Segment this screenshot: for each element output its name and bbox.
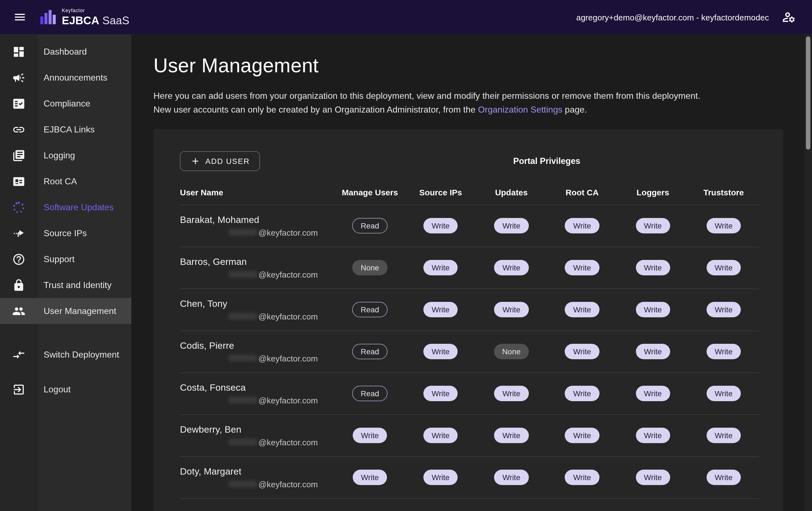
user-table-card: ADD USER Portal Privileges User NameMana… — [153, 129, 783, 511]
privilege-pill-source-ips[interactable]: Write — [424, 218, 458, 234]
sidebar-item-compliance[interactable]: Compliance — [0, 90, 132, 116]
user-email: @keyfactor.com — [229, 479, 335, 489]
sidebar-item-trust-and-identity[interactable]: Trust and Identity — [0, 272, 132, 298]
sidebar-item-root-ca[interactable]: Root CA — [0, 168, 132, 194]
privilege-pill-manage-users[interactable]: Write — [353, 428, 387, 443]
privilege-pill-truststore[interactable]: Write — [706, 344, 741, 359]
email-domain: @keyfactor.com — [258, 354, 318, 363]
privilege-pill-updates[interactable]: Write — [494, 386, 528, 401]
privilege-pill-loggers[interactable]: Write — [636, 470, 670, 485]
table-toolbar: ADD USER Portal Privileges — [180, 151, 759, 171]
user-row: Dewberry, Ben @keyfactor.com WriteWriteW… — [180, 415, 759, 457]
sidebar-item-user-management[interactable]: User Management — [0, 298, 132, 324]
sidebar-item-label: Root CA — [37, 176, 77, 186]
sidebar-item-dashboard[interactable]: Dashboard — [0, 39, 132, 65]
column-header-truststore: Truststore — [688, 187, 759, 197]
privilege-pill-truststore[interactable]: Write — [706, 470, 741, 485]
scrollbar-thumb[interactable] — [806, 36, 810, 150]
privilege-pill-updates[interactable]: Write — [494, 302, 528, 317]
user-name: Dewberry, Ben — [180, 424, 335, 435]
portal-privileges-heading: Portal Privileges — [513, 156, 580, 165]
privilege-pill-source-ips[interactable]: Write — [424, 344, 458, 359]
organization-settings-link[interactable]: Organization Settings — [478, 105, 562, 114]
user-cell: Codis, Pierre @keyfactor.com — [180, 340, 335, 363]
privilege-pill-loggers[interactable]: Write — [636, 344, 670, 359]
privilege-pill-updates[interactable]: Write — [494, 428, 528, 443]
sidebar-item-software-updates[interactable]: Software Updates — [0, 194, 132, 220]
support-icon — [12, 252, 25, 266]
privilege-pill-manage-users[interactable]: Write — [353, 470, 387, 485]
menu-button[interactable] — [9, 6, 31, 28]
privilege-pill-updates[interactable]: Write — [494, 260, 528, 275]
privilege-pill-manage-users[interactable]: Read — [352, 344, 387, 359]
redacted-email-local — [229, 313, 257, 320]
privilege-pill-manage-users[interactable]: Read — [352, 386, 387, 401]
privilege-pill-manage-users[interactable]: Read — [352, 218, 387, 234]
privilege-pill-source-ips[interactable]: Write — [424, 428, 458, 443]
logout-icon — [12, 383, 25, 396]
privilege-pill-root-ca[interactable]: Write — [565, 386, 600, 401]
sidebar-nav-list: DashboardAnnouncementsComplianceEJBCA Li… — [0, 39, 132, 324]
privilege-pill-truststore[interactable]: Write — [706, 302, 741, 317]
privilege-pill-loggers[interactable]: Write — [636, 260, 670, 275]
privilege-pill-truststore[interactable]: Write — [706, 260, 741, 275]
sidebar-item-announcements[interactable]: Announcements — [0, 65, 132, 90]
user-row: Chen, Tony @keyfactor.com ReadWriteWrite… — [180, 289, 759, 331]
plus-icon — [191, 156, 200, 166]
user-email: @keyfactor.com — [229, 437, 335, 447]
user-cell: Costa, Fonseca @keyfactor.com — [180, 382, 335, 405]
privilege-pill-truststore[interactable]: Write — [706, 386, 741, 401]
column-header-user-name: User Name — [180, 187, 335, 197]
privilege-pill-manage-users[interactable]: None — [352, 260, 387, 275]
user-cell: Doty, Margaret @keyfactor.com — [180, 466, 335, 489]
privilege-pill-loggers[interactable]: Write — [636, 386, 670, 401]
page-scrollbar[interactable] — [804, 34, 812, 511]
privilege-pill-root-ca[interactable]: Write — [565, 260, 600, 275]
compliance-icon — [12, 97, 25, 110]
rootca-icon — [12, 175, 25, 188]
redacted-email-local — [229, 229, 257, 236]
sidebar-item-source-ips[interactable]: Source IPs — [0, 220, 132, 246]
add-user-button[interactable]: ADD USER — [180, 151, 260, 171]
privilege-pill-updates[interactable]: None — [494, 344, 529, 359]
switch-icon — [12, 348, 25, 361]
privilege-pill-root-ca[interactable]: Write — [565, 302, 600, 317]
sidebar: DashboardAnnouncementsComplianceEJBCA Li… — [0, 34, 132, 511]
sidebar-item-logging[interactable]: Logging — [0, 142, 132, 168]
brand: Keyfactor EJBCA SaaS — [40, 8, 129, 26]
privilege-pill-loggers[interactable]: Write — [636, 218, 670, 234]
privilege-pill-source-ips[interactable]: Write — [424, 260, 458, 275]
privilege-pill-manage-users[interactable]: Read — [352, 302, 387, 317]
privilege-pill-source-ips[interactable]: Write — [424, 302, 458, 317]
user-row: Barakat, Mohamed @keyfactor.com ReadWrit… — [180, 205, 759, 247]
privilege-pill-updates[interactable]: Write — [494, 218, 528, 234]
privilege-pill-truststore[interactable]: Write — [706, 218, 741, 234]
privilege-pill-root-ca[interactable]: Write — [565, 428, 600, 443]
sidebar-item-switch-deployment[interactable]: Switch Deployment — [0, 341, 132, 367]
privilege-pill-updates[interactable]: Write — [494, 470, 528, 485]
privilege-pill-root-ca[interactable]: Write — [565, 470, 600, 485]
privilege-pill-root-ca[interactable]: Write — [565, 344, 600, 359]
sidebar-item-label: Switch Deployment — [37, 350, 119, 360]
privilege-pill-truststore[interactable]: Write — [706, 428, 741, 443]
user-cell: Barros, German @keyfactor.com — [180, 256, 335, 279]
sidebar-item-support[interactable]: Support — [0, 246, 132, 272]
sourceips-icon — [12, 227, 25, 240]
column-header-loggers: Loggers — [617, 187, 688, 197]
email-domain: @keyfactor.com — [258, 437, 318, 447]
privilege-pill-source-ips[interactable]: Write — [424, 386, 458, 401]
manage-account-button[interactable] — [778, 6, 800, 28]
announcements-icon — [12, 71, 25, 84]
sidebar-item-logout[interactable]: Logout — [0, 377, 132, 402]
column-header-updates: Updates — [476, 187, 547, 197]
email-domain: @keyfactor.com — [258, 228, 318, 237]
user-email: @keyfactor.com — [229, 228, 335, 237]
privilege-pill-source-ips[interactable]: Write — [424, 470, 458, 485]
hamburger-icon — [13, 10, 27, 24]
privilege-pill-loggers[interactable]: Write — [636, 302, 670, 317]
user-row: Costa, Fonseca @keyfactor.com ReadWriteW… — [180, 373, 759, 415]
privilege-pill-root-ca[interactable]: Write — [565, 218, 600, 234]
sidebar-item-ejbca-links[interactable]: EJBCA Links — [0, 116, 132, 142]
user-name: Barros, German — [180, 256, 335, 267]
privilege-pill-loggers[interactable]: Write — [636, 428, 670, 443]
